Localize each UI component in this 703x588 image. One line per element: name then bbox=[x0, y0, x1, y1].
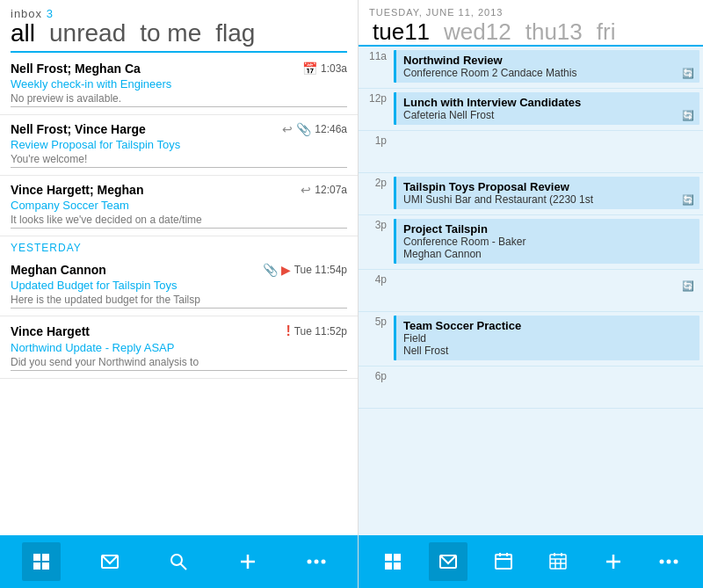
email-item[interactable]: Meghan Cannon 📎 ▶ Tue 11:54p Updated Bud… bbox=[0, 256, 358, 316]
svg-point-31 bbox=[666, 560, 670, 564]
email-meta: 📅 1:03a bbox=[302, 62, 347, 76]
tab-fri[interactable]: fri bbox=[593, 19, 620, 45]
flag-icon: ▶ bbox=[281, 263, 291, 277]
inbox-label: INBOX 3 bbox=[11, 7, 347, 20]
event-title: Project Tailspin bbox=[403, 222, 692, 236]
time-content: Northwind Review Conference Room 2 Canda… bbox=[390, 47, 703, 88]
event-title: Team Soccer Practice bbox=[403, 319, 692, 332]
email-sender: Nell Frost; Vince Harge bbox=[11, 122, 146, 136]
date-label: TUESDAY, JUNE 11, 2013 bbox=[369, 7, 692, 18]
email-subject: Weekly check-in with Engineers bbox=[11, 77, 171, 91]
calendar-day-button[interactable] bbox=[484, 542, 523, 581]
mail-button[interactable] bbox=[91, 542, 129, 581]
email-item[interactable]: Vince Hargett ! Tue 11:52p Northwind Upd… bbox=[0, 316, 358, 379]
event-title: Lunch with Interview Candidates bbox=[403, 96, 692, 109]
add-button[interactable] bbox=[228, 542, 267, 581]
email-header-row: Vince Hargett; Meghan ↩ 12:07a bbox=[11, 183, 347, 197]
time-content bbox=[390, 131, 703, 172]
time-slot-11a: 11a Northwind Review Conference Room 2 C… bbox=[359, 47, 703, 89]
nav-tabs: all unread to me flag bbox=[11, 20, 347, 51]
email-preview: No preview is available. bbox=[11, 92, 347, 107]
tab-unread[interactable]: unread bbox=[49, 20, 126, 47]
time-slot-6p: 6p bbox=[359, 367, 703, 409]
time-label: 11a bbox=[359, 47, 390, 88]
time-label: 3p bbox=[359, 215, 390, 269]
email-meta: ! Tue 11:52p bbox=[286, 323, 347, 339]
email-subject-row: Updated Budget for Tailspin Toys bbox=[11, 279, 347, 292]
calendar-icon: 📅 bbox=[302, 62, 317, 76]
email-item[interactable]: Vince Hargett; Meghan ↩ 12:07a Company S… bbox=[0, 176, 358, 236]
time-content: Team Soccer Practice Field Nell Frost bbox=[390, 312, 703, 366]
email-preview: Did you send your Northwind analysis to bbox=[11, 356, 347, 371]
time-label: 12p bbox=[359, 89, 390, 130]
search-button[interactable] bbox=[159, 542, 198, 581]
reply-icon: ↩ bbox=[282, 122, 293, 136]
time-content: Lunch with Interview Candidates Cafeteri… bbox=[390, 89, 703, 130]
email-subject-row: Northwind Update - Reply ASAP bbox=[11, 341, 347, 354]
calendar-event[interactable]: Northwind Review Conference Room 2 Canda… bbox=[394, 50, 699, 83]
day-tabs: tue11 wed12 thu13 fri bbox=[369, 19, 692, 45]
calendar-home-button[interactable] bbox=[429, 542, 467, 581]
calendar-event[interactable]: Team Soccer Practice Field Nell Frost bbox=[394, 316, 699, 360]
time-slot-12p: 12p Lunch with Interview Candidates Cafe… bbox=[359, 89, 703, 131]
time-label: 1p bbox=[359, 131, 390, 172]
event-title: Tailspin Toys Proposal Review bbox=[403, 180, 692, 193]
tab-thu13[interactable]: thu13 bbox=[522, 19, 586, 45]
time-label: 6p bbox=[359, 367, 390, 408]
email-preview: You're welcome! bbox=[11, 153, 347, 168]
email-meta: ↩ 📎 12:46a bbox=[282, 122, 347, 136]
section-label: YESTERDAY bbox=[0, 236, 358, 256]
inbox-count: 3 bbox=[47, 7, 54, 20]
right-toolbar bbox=[359, 535, 703, 588]
svg-point-30 bbox=[659, 560, 663, 564]
email-meta: 📎 ▶ Tue 11:54p bbox=[263, 263, 347, 277]
time-content: Tailspin Toys Proposal Review UMI Sushi … bbox=[390, 173, 703, 214]
svg-rect-3 bbox=[42, 563, 49, 570]
add-event-button[interactable] bbox=[594, 542, 633, 581]
email-item[interactable]: Nell Frost; Meghan Ca 📅 1:03a Weekly che… bbox=[0, 54, 358, 115]
svg-rect-15 bbox=[394, 563, 401, 570]
email-subject-row: Company Soccer Team bbox=[11, 199, 347, 212]
sync-icon: 🔄 bbox=[682, 194, 694, 206]
more-options-button[interactable] bbox=[649, 542, 688, 581]
email-subject: Company Soccer Team bbox=[11, 199, 129, 212]
tab-wed12[interactable]: wed12 bbox=[440, 19, 515, 45]
tab-flag[interactable]: flag bbox=[215, 20, 255, 47]
email-header-row: Nell Frost; Meghan Ca 📅 1:03a bbox=[11, 62, 347, 76]
calendar-event[interactable]: Tailspin Toys Proposal Review UMI Sushi … bbox=[394, 177, 699, 209]
event-detail: Conference Room - Baker bbox=[403, 236, 692, 248]
svg-rect-2 bbox=[33, 563, 40, 570]
calendar-event[interactable]: Project Tailspin Conference Room - Baker… bbox=[394, 219, 699, 264]
left-panel: INBOX 3 all unread to me flag Nell Frost… bbox=[0, 0, 359, 588]
tab-divider bbox=[11, 51, 347, 53]
event-detail-2: Nell Frost bbox=[403, 345, 692, 357]
email-item[interactable]: Nell Frost; Vince Harge ↩ 📎 12:46a Revie… bbox=[0, 115, 358, 176]
time-content bbox=[390, 367, 703, 408]
inbox-text: INBOX bbox=[11, 7, 42, 20]
calendar-month-button[interactable] bbox=[539, 542, 577, 581]
event-detail: UMI Sushi Bar and Restaurant (2230 1st bbox=[403, 193, 692, 206]
right-panel: TUESDAY, JUNE 11, 2013 tue11 wed12 thu13… bbox=[359, 0, 703, 588]
calendar-event[interactable]: Lunch with Interview Candidates Cafeteri… bbox=[394, 92, 699, 125]
attachment-icon: 📎 bbox=[296, 122, 311, 136]
left-toolbar bbox=[0, 535, 358, 588]
time-slot-1p: 1p bbox=[359, 131, 703, 173]
svg-rect-0 bbox=[33, 554, 40, 561]
tab-to-me[interactable]: to me bbox=[140, 20, 201, 47]
time-slot-3p: 3p Project Tailspin Conference Room - Ba… bbox=[359, 215, 703, 270]
tab-all[interactable]: all bbox=[11, 20, 35, 47]
svg-rect-14 bbox=[385, 563, 392, 570]
email-list: Nell Frost; Meghan Ca 📅 1:03a Weekly che… bbox=[0, 54, 358, 535]
event-title: Northwind Review bbox=[403, 54, 692, 67]
svg-rect-17 bbox=[496, 555, 511, 569]
home-button[interactable] bbox=[22, 542, 61, 581]
grid-button[interactable] bbox=[373, 542, 412, 581]
email-sender: Vince Hargett; Meghan bbox=[11, 183, 143, 197]
svg-point-5 bbox=[171, 555, 182, 565]
email-header-row: Meghan Cannon 📎 ▶ Tue 11:54p bbox=[11, 263, 347, 277]
more-button[interactable] bbox=[297, 542, 336, 581]
email-sender: Meghan Cannon bbox=[11, 263, 106, 277]
tab-tue11[interactable]: tue11 bbox=[369, 19, 433, 45]
reply-icon: ↩ bbox=[301, 183, 311, 197]
sync-icon: 🔄 bbox=[682, 280, 694, 291]
